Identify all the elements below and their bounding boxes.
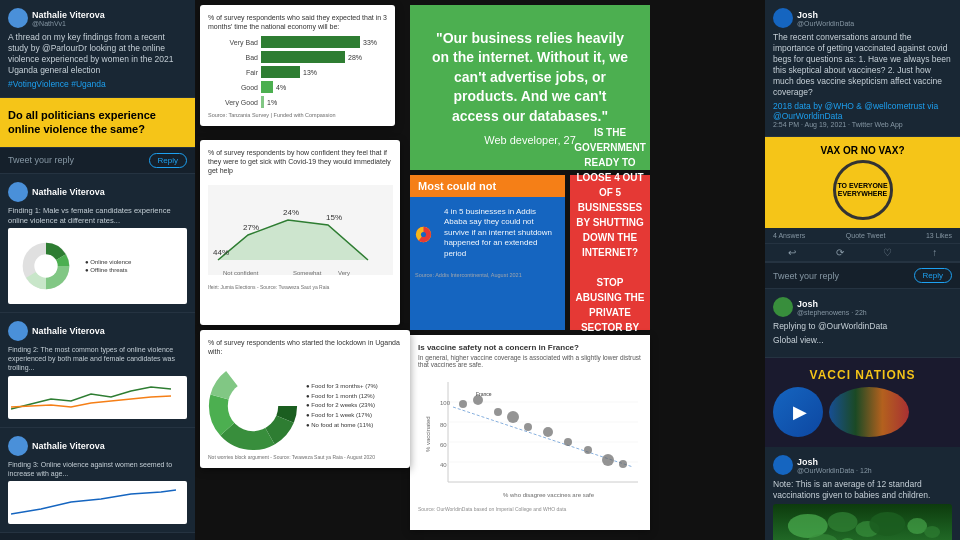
svg-text:Not confident: Not confident — [223, 270, 259, 276]
survey-title-2: % of survey respondents by how confident… — [208, 148, 392, 175]
tweet-handle: @NathVv1 — [32, 20, 105, 27]
tweet-attribution: 2018 data by @WHO & @wellcometrust via @… — [773, 101, 952, 121]
bar-chart-economy: Very Bad 33% Bad 28% Fair 13% Good — [208, 36, 387, 108]
tweet-handle: @OurWorldinData · 12h — [797, 467, 872, 474]
survey-card-lockdown: % of survey respondents who started the … — [200, 330, 410, 468]
svg-text:44%: 44% — [213, 248, 229, 257]
tweet-engagement-row: 4 Answers Quote Tweet 13 Likes — [765, 228, 960, 244]
tweet-note: Note: This is an average of 12 standard … — [773, 479, 952, 501]
survey-source-1: Source: Tanzania Survey | Funded with Co… — [208, 112, 387, 118]
svg-point-28 — [494, 408, 502, 416]
svg-point-18 — [421, 232, 426, 237]
tweet-1: Nathalie Viterova @NathVv1 A thread on m… — [0, 0, 195, 98]
confidence-chart: Not confident Somewhat Very 44% 27% 24% … — [208, 180, 393, 280]
svg-point-44 — [828, 513, 858, 533]
retweet-icon[interactable]: ⟳ — [836, 247, 844, 258]
tweet-username: Nathalie Viterova — [32, 326, 105, 336]
donut-chart — [208, 361, 298, 451]
avatar — [8, 8, 28, 28]
answers-count: 4 Answers — [773, 232, 805, 239]
reply-button-right[interactable]: Reply — [914, 268, 952, 283]
svg-text:60: 60 — [440, 442, 447, 448]
tweet-josh-1: Josh @OurWorldinData The recent conversa… — [765, 0, 960, 137]
tweet-4: Nathalie Viterova Finding 3: Online viol… — [0, 428, 195, 533]
scatter-source: Source: OurWorldinData based on Imperial… — [418, 506, 642, 512]
tweet-finding3: Finding 3: Online violence against women… — [8, 460, 187, 478]
nations-card: VACCI NATIONS ▶ — [765, 358, 960, 447]
mcn-source: Source: Addis Intercontinental, August 2… — [410, 272, 565, 282]
likes-count: 13 Likes — [926, 232, 952, 239]
scatter-card: Is vaccine safety not a concern in Franc… — [410, 335, 650, 530]
quote-text: "Our business relies heavily on the inte… — [430, 29, 630, 127]
svg-point-29 — [507, 411, 519, 423]
nations-globe — [829, 387, 909, 437]
reply-placeholder-right[interactable]: Tweet your reply — [773, 271, 839, 281]
survey-title-3: % of survey respondents who started the … — [208, 338, 402, 356]
vax-circle: TO EVERYONE EVERYWHERE — [833, 160, 893, 220]
tweet-finding2: Finding 2: The most common types of onli… — [8, 345, 187, 372]
survey-card-confidence: % of survey respondents by how confident… — [200, 140, 400, 325]
tweet-replying: Replying to @OurWorldinData — [773, 321, 952, 332]
nations-title: VACCI NATIONS — [773, 368, 952, 382]
scatter-plot: France % who disagree vaccines are safe … — [418, 372, 643, 502]
tweet-text: The recent conversations around the impo… — [773, 32, 952, 98]
tweet-josh-2: Josh @stephenowens · 22h Replying to @Ou… — [765, 289, 960, 358]
survey-card-economy: % of survey respondents who said they ex… — [200, 5, 395, 126]
svg-point-30 — [524, 423, 532, 431]
svg-text:15%: 15% — [326, 213, 342, 222]
main-canvas: Nathalie Viterova @NathVv1 A thread on m… — [0, 0, 960, 540]
world-map-svg — [773, 504, 952, 540]
svg-point-26 — [459, 400, 467, 408]
reply-icon[interactable]: ↩ — [788, 247, 796, 258]
line-chart-mini — [11, 379, 176, 414]
svg-point-46 — [869, 513, 905, 537]
left-panel: Nathalie Viterova @NathVv1 A thread on m… — [0, 0, 195, 540]
svg-text:27%: 27% — [243, 223, 259, 232]
avatar — [8, 321, 28, 341]
mini-pie-chart — [11, 231, 81, 301]
right-panel: Josh @OurWorldinData The recent conversa… — [765, 0, 960, 540]
vax-card: VAX OR NO VAX? TO EVERYONE EVERYWHERE — [765, 137, 960, 228]
tweet-text: A thread on my key findings from a recen… — [8, 32, 187, 76]
yellow-banner: Do all politicians experience online vio… — [0, 98, 195, 147]
vax-title: VAX OR NO VAX? — [773, 145, 952, 156]
survey-title-1: % of survey respondents who said they ex… — [208, 13, 387, 31]
svg-point-47 — [907, 519, 927, 535]
tweet-username: Josh — [797, 457, 872, 467]
play-icon: ▶ — [793, 401, 807, 423]
survey-source-2: Ifeirt: Jumia Elections - Source: Twawez… — [208, 284, 392, 290]
svg-text:24%: 24% — [283, 208, 299, 217]
svg-point-31 — [543, 427, 553, 437]
svg-point-16 — [228, 381, 278, 431]
mcn-header: Most could not — [410, 175, 565, 197]
tweet-josh-3: Josh @OurWorldinData · 12h Note: This is… — [765, 447, 960, 540]
reply-button[interactable]: Reply — [149, 153, 187, 168]
tweet-reply-row-right[interactable]: Tweet your reply Reply — [765, 262, 960, 289]
share-icon[interactable]: ↑ — [932, 247, 937, 258]
mcn-body: 4 in 5 businesses in Addis Ababa say the… — [436, 202, 560, 267]
tweet-username: Nathalie Viterova — [32, 441, 105, 451]
svg-point-48 — [924, 526, 940, 538]
play-button[interactable]: ▶ — [773, 387, 823, 437]
tweet-text: Global view... — [773, 335, 952, 346]
svg-text:100: 100 — [440, 400, 451, 406]
world-map — [773, 504, 952, 540]
line-chart-mini2 — [11, 484, 176, 519]
svg-text:% who disagree vaccines are sa: % who disagree vaccines are safe — [503, 492, 595, 498]
tweet-handle: @stephenowens · 22h — [797, 309, 867, 316]
government-card: IS THE GOVERNMENT READY TO LOOSE 4 OUT O… — [570, 175, 650, 330]
tweet-actions-row[interactable]: ↩ ⟳ ♡ ↑ — [765, 244, 960, 262]
svg-point-34 — [602, 454, 614, 466]
reply-placeholder[interactable]: Tweet your reply — [8, 155, 74, 165]
tweet-username: Nathalie Viterova — [32, 10, 105, 20]
mcn-pie-chart — [415, 202, 432, 267]
tweet-3: Nathalie Viterova Finding 2: The most co… — [0, 313, 195, 427]
tweet-hashtags: #VotingViolence #Uganda — [8, 79, 187, 89]
tweet-username: Nathalie Viterova — [32, 187, 105, 197]
tweet-reply-row[interactable]: Tweet your reply Reply — [0, 147, 195, 174]
scatter-title: Is vaccine safety not a concern in Franc… — [418, 343, 642, 352]
like-icon[interactable]: ♡ — [883, 247, 892, 258]
avatar — [8, 436, 28, 456]
tweet-handle: @OurWorldinData — [797, 20, 854, 27]
most-could-not-card: Most could not 4 in 5 businesses in Addi… — [410, 175, 565, 330]
